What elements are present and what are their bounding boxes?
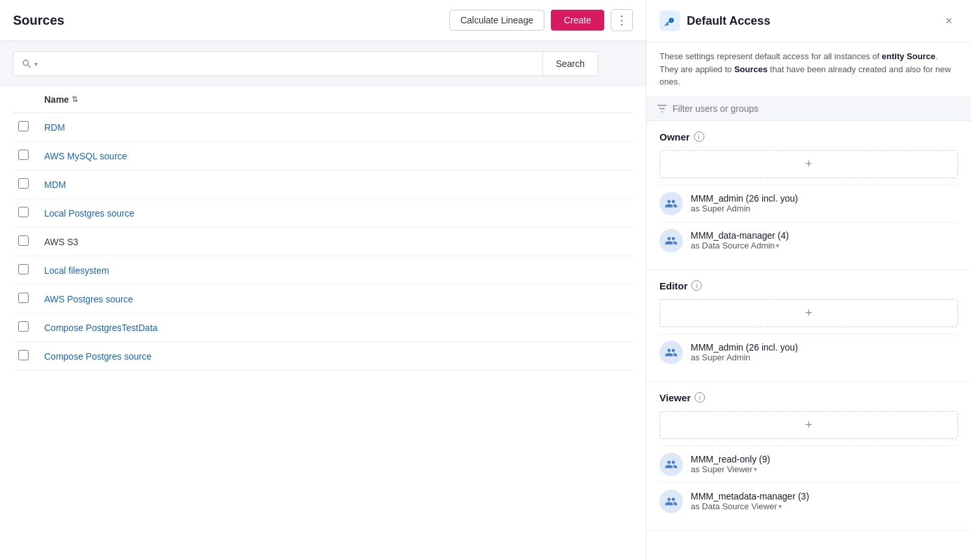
filter-input[interactable]	[672, 103, 961, 114]
svg-line-1	[28, 65, 31, 68]
row-checkbox[interactable]	[18, 293, 29, 303]
table-row: AWS S3	[13, 228, 633, 256]
editor-info-icon: i	[691, 280, 702, 291]
role-dropdown-button[interactable]: as Data Source Admin ▾	[691, 241, 779, 250]
table-row: Compose Postgres source	[13, 342, 633, 371]
panel-title: Default Access	[687, 14, 770, 28]
access-item-role: as Data Source Viewer ▾	[691, 501, 958, 511]
access-item: MMM_read-only (9)as Super Viewer ▾	[659, 446, 958, 483]
owner-info-icon: i	[694, 131, 704, 142]
panel-content: Owneri+MMM_admin (26 incl. you)as Super …	[646, 121, 971, 561]
access-item: MMM_data-manager (4)as Data Source Admin…	[659, 222, 958, 259]
key-icon	[664, 15, 676, 27]
row-checkbox[interactable]	[18, 121, 29, 131]
row-checkbox[interactable]	[18, 178, 29, 189]
row-checkbox[interactable]	[18, 321, 29, 332]
add-viewer-button[interactable]: +	[659, 411, 958, 439]
filter-input-wrap	[657, 103, 961, 114]
column-header-name: Name ⇅	[39, 87, 633, 113]
viewer-title-wrap: Vieweri	[659, 392, 958, 403]
column-header-checkbox	[13, 87, 39, 113]
more-options-button[interactable]: ⋮	[611, 9, 633, 31]
panel-header: Default Access ×	[646, 0, 971, 42]
search-button[interactable]: Search	[542, 52, 598, 75]
filter-section	[646, 97, 971, 121]
row-checkbox[interactable]	[18, 235, 29, 246]
sources-table-area: Name ⇅ RDMAWS MySQL sourceMDMLocal Postg…	[0, 87, 646, 560]
access-item-name: MMM_data-manager (4)	[691, 230, 958, 241]
group-avatar-icon	[659, 453, 683, 476]
table-row: Local Postgres source	[13, 199, 633, 228]
table-row: MDM	[13, 170, 633, 199]
search-section: ▾ Search	[0, 41, 646, 87]
search-icon-wrap[interactable]: ▾	[21, 59, 38, 69]
chevron-down-icon: ▾	[754, 466, 757, 473]
search-input[interactable]	[38, 52, 535, 75]
svg-point-0	[23, 60, 29, 66]
row-checkbox[interactable]	[18, 264, 29, 274]
table-row: AWS MySQL source	[13, 142, 633, 170]
access-item-role: as Super Viewer ▾	[691, 464, 958, 474]
add-owner-button[interactable]: +	[659, 150, 958, 178]
access-item: MMM_admin (26 incl. you)as Super Admin	[659, 185, 958, 222]
calculate-lineage-button[interactable]: Calculate Lineage	[449, 10, 544, 31]
access-item-info: MMM_admin (26 incl. you)as Super Admin	[691, 193, 958, 213]
header-actions: Calculate Lineage Create ⋮	[449, 9, 633, 31]
search-icon	[21, 59, 32, 69]
access-section-viewer: Vieweri+MMM_read-only (9)as Super Viewer…	[646, 382, 971, 531]
source-name-link[interactable]: Local Postgres source	[44, 208, 135, 219]
group-avatar-icon	[659, 341, 683, 364]
table-row: RDM	[13, 113, 633, 142]
access-item: MMM_admin (26 incl. you)as Super Admin	[659, 334, 958, 371]
close-icon: ×	[946, 14, 953, 28]
sources-word: Sources	[734, 64, 767, 74]
access-item-info: MMM_admin (26 incl. you)as Super Admin	[691, 342, 958, 362]
source-name-link[interactable]: Compose PostgresTestData	[44, 323, 157, 333]
page-header: Sources Calculate Lineage Create ⋮	[0, 0, 646, 41]
table-row: Local filesystem	[13, 256, 633, 285]
row-checkbox[interactable]	[18, 207, 29, 217]
group-avatar-icon	[659, 229, 683, 252]
editor-title-wrap: Editori	[659, 280, 958, 291]
create-button[interactable]: Create	[551, 10, 604, 31]
access-item-info: MMM_read-only (9)as Super Viewer ▾	[691, 454, 958, 474]
add-editor-button[interactable]: +	[659, 299, 958, 327]
row-checkbox[interactable]	[18, 350, 29, 360]
access-item-role: as Super Admin	[691, 353, 958, 362]
viewer-info-icon: i	[695, 392, 705, 403]
right-panel: Default Access × These settings represen…	[646, 0, 971, 560]
panel-icon	[659, 10, 680, 31]
access-item-name: MMM_metadata-manager (3)	[691, 491, 958, 501]
viewer-title: Viewer	[659, 392, 691, 403]
close-panel-button[interactable]: ×	[940, 12, 958, 30]
role-dropdown-button[interactable]: as Super Viewer ▾	[691, 464, 757, 474]
sort-icon[interactable]: ⇅	[72, 95, 78, 104]
name-column-label: Name	[44, 94, 69, 105]
access-item: MMM_metadata-manager (3)as Data Source V…	[659, 483, 958, 520]
search-input-wrap: ▾	[14, 52, 542, 75]
description-prefix: These settings represent default access …	[659, 51, 882, 61]
table-row: Compose PostgresTestData	[13, 313, 633, 342]
filter-icon	[657, 103, 667, 114]
search-bar: ▾ Search	[13, 51, 598, 76]
chevron-down-icon: ▾	[778, 503, 782, 510]
access-item-role: as Data Source Admin ▾	[691, 241, 958, 250]
source-name-link[interactable]: AWS MySQL source	[44, 151, 127, 161]
source-name-link[interactable]: AWS Postgres source	[44, 294, 133, 304]
more-icon: ⋮	[616, 13, 628, 27]
source-name-link[interactable]: RDM	[44, 122, 65, 133]
access-item-info: MMM_data-manager (4)as Data Source Admin…	[691, 230, 958, 250]
access-item-info: MMM_metadata-manager (3)as Data Source V…	[691, 491, 958, 511]
sources-table: Name ⇅ RDMAWS MySQL sourceMDMLocal Postg…	[13, 87, 633, 371]
main-content: Sources Calculate Lineage Create ⋮ ▾	[0, 0, 646, 560]
group-avatar-icon	[659, 490, 683, 513]
panel-description: These settings represent default access …	[646, 42, 971, 97]
chevron-down-icon: ▾	[776, 242, 779, 249]
access-section-editor: Editori+MMM_admin (26 incl. you)as Super…	[646, 270, 971, 382]
role-dropdown-button[interactable]: as Data Source Viewer ▾	[691, 501, 782, 511]
row-checkbox[interactable]	[18, 150, 29, 160]
access-item-name: MMM_admin (26 incl. you)	[691, 342, 958, 353]
source-name-link[interactable]: MDM	[44, 180, 66, 190]
source-name-link[interactable]: Local filesystem	[44, 265, 109, 276]
source-name-link[interactable]: Compose Postgres source	[44, 351, 152, 362]
